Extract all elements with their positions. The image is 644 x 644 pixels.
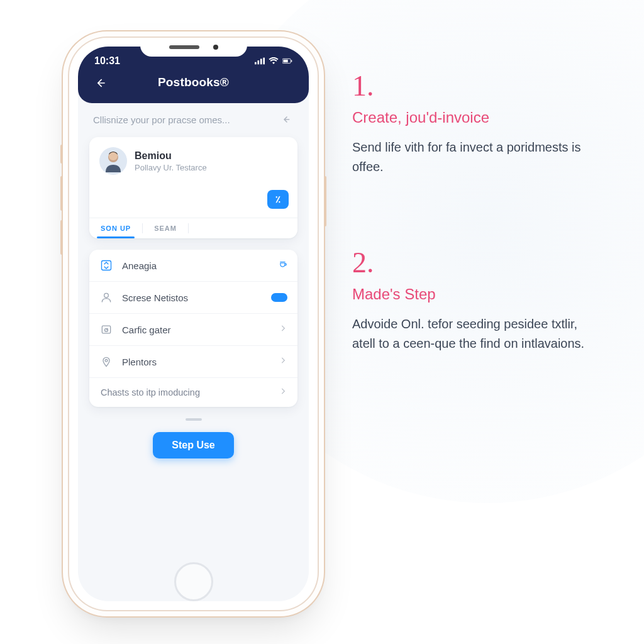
svg-point-12 <box>104 293 109 297</box>
svg-rect-1 <box>257 60 259 64</box>
chevron-right-icon <box>279 356 287 365</box>
phone-screen: 10:31 Postbooks® <box>78 47 309 601</box>
back-button[interactable] <box>92 74 109 92</box>
arrow-left-faded-icon <box>280 114 292 125</box>
search-row <box>86 103 301 135</box>
list-item[interactable]: Chasts sto itp imoducing <box>89 378 297 407</box>
front-camera <box>213 45 218 50</box>
step-body: Send life vith for fa invect a poridmest… <box>352 138 604 177</box>
list-item-label: Screse Netistos <box>122 292 262 303</box>
list-item[interactable]: Plentors <box>89 346 297 378</box>
user-name: Bemiou <box>135 150 207 162</box>
list-item[interactable]: Screse Netistos <box>89 282 297 314</box>
step-title: Create, jou'd-invoice <box>352 109 604 126</box>
svg-rect-5 <box>283 60 287 62</box>
list-item-label: Carfic gater <box>122 325 270 335</box>
chevron-right-icon <box>279 324 287 333</box>
step-title: Made's Step <box>352 286 604 303</box>
svg-rect-0 <box>255 62 257 65</box>
arrow-left-icon <box>94 77 107 89</box>
speaker-slot <box>169 45 199 49</box>
search-input[interactable] <box>93 114 279 125</box>
svg-rect-6 <box>291 60 292 62</box>
options-list: Aneagia Screse Netistos <box>89 250 297 407</box>
step-1: 1. Create, jou'd-invoice Send life vith … <box>352 69 604 177</box>
svg-point-15 <box>105 360 108 362</box>
list-item[interactable]: Aneagia <box>89 250 297 282</box>
tab-separator <box>188 223 189 233</box>
user-subtitle: Pollavy Ur. Testarce <box>135 163 207 172</box>
home-button[interactable] <box>174 562 213 601</box>
list-item-label: Plentors <box>122 357 270 367</box>
list-item-label: Chasts sto itp imoducing <box>101 387 270 397</box>
list-item-trail <box>279 387 287 398</box>
gauge-icon <box>99 323 113 336</box>
tab-son-up[interactable]: SON UP <box>89 218 142 238</box>
step-body: Advoide Onl. tefor seeding pesidee txtli… <box>352 314 604 353</box>
wifi-icon <box>269 57 279 65</box>
steps-column: 1. Create, jou'd-invoice Send life vith … <box>352 69 604 423</box>
step-use-button[interactable]: Step Use <box>153 432 233 458</box>
phone-mockup: 10:31 Postbooks® <box>69 38 318 610</box>
list-item-trail <box>279 260 287 271</box>
svg-rect-2 <box>260 58 262 64</box>
battery-icon <box>282 57 292 65</box>
tab-seam[interactable]: SEAM <box>143 218 188 238</box>
status-time: 10:31 <box>94 55 120 67</box>
search-forward-button[interactable] <box>279 112 294 127</box>
step-2: 2. Made's Step Advoide Onl. tefor seedin… <box>352 246 604 353</box>
app-title: Postbooks® <box>158 75 229 89</box>
step-number: 2. <box>352 246 604 279</box>
list-item-toggle[interactable] <box>271 293 287 302</box>
card-tabs: SON UP SEAM <box>89 218 297 238</box>
svg-rect-3 <box>263 58 265 65</box>
avatar-image <box>99 147 127 175</box>
signal-icon <box>255 57 265 65</box>
phone-side-button <box>60 176 63 211</box>
user-card: Bemiou Pollavy Ur. Testarce ٪ SON UP SEA… <box>89 137 297 238</box>
cup-icon <box>279 260 287 269</box>
person-icon <box>99 291 113 304</box>
phone-side-button <box>324 176 326 226</box>
pin-icon <box>99 355 113 369</box>
avatar <box>99 147 127 175</box>
list-item-label: Aneagia <box>122 260 270 271</box>
swap-icon <box>99 258 113 272</box>
chevron-right-icon <box>279 387 287 396</box>
list-item-trail <box>279 356 287 367</box>
phone-side-button <box>60 220 63 255</box>
list-item-trail <box>279 324 287 335</box>
phone-side-button <box>60 145 63 164</box>
card-action-button[interactable]: ٪ <box>267 190 289 209</box>
status-icons <box>255 57 292 65</box>
phone-notch <box>140 38 247 57</box>
drag-handle[interactable] <box>186 418 202 421</box>
list-item[interactable]: Carfic gater <box>89 314 297 346</box>
step-number: 1. <box>352 69 604 103</box>
toggle-on-icon <box>271 293 287 302</box>
